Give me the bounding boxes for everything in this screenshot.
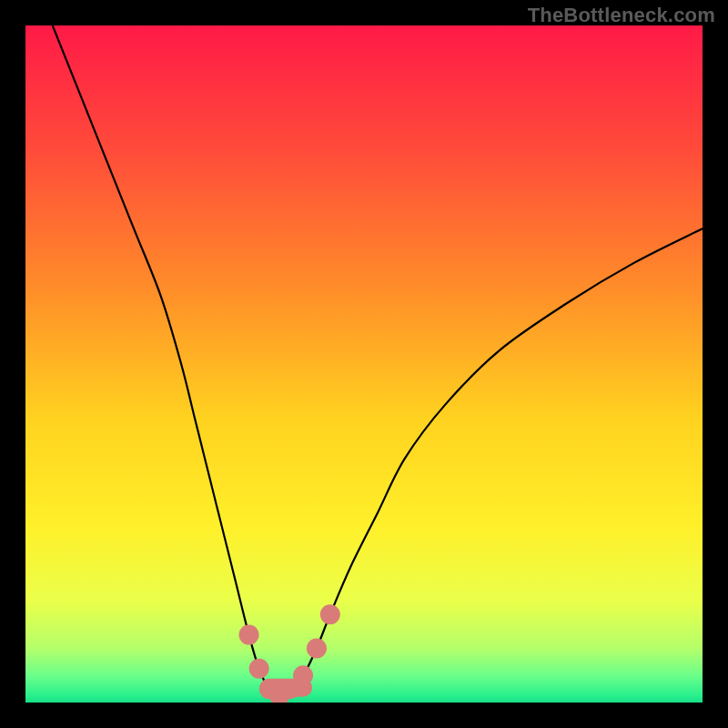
rate-dot [249, 659, 269, 679]
curve-line [53, 25, 703, 696]
watermark-text: TheBottleneck.com [528, 4, 715, 27]
chart-frame: TheBottleneck.com [0, 0, 728, 728]
rate-dot [320, 604, 340, 624]
rate-dot [239, 625, 259, 645]
rate-dot [307, 638, 327, 658]
plot-area [25, 25, 703, 703]
rate-dot [293, 665, 313, 685]
bottleneck-curve [25, 25, 703, 703]
